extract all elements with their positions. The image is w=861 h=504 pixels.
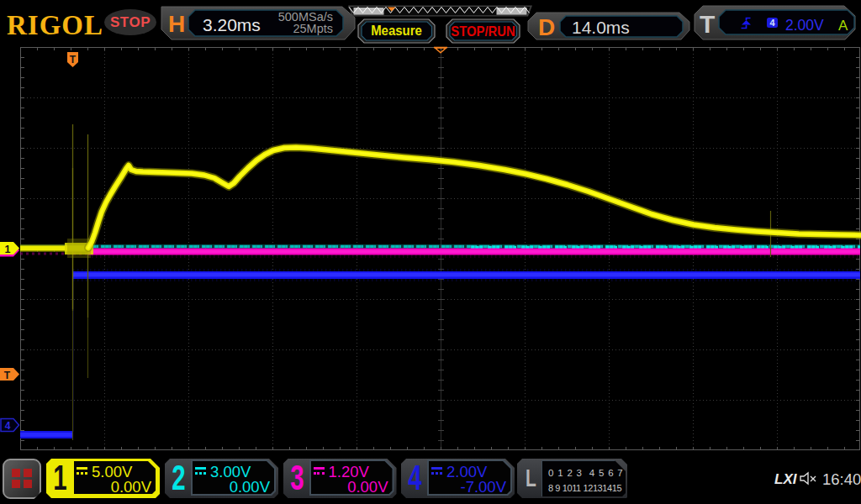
svg-text:T: T (4, 370, 11, 381)
svg-text:T: T (70, 54, 77, 66)
svg-text:1: 1 (5, 244, 11, 255)
svg-text:4: 4 (5, 420, 11, 432)
